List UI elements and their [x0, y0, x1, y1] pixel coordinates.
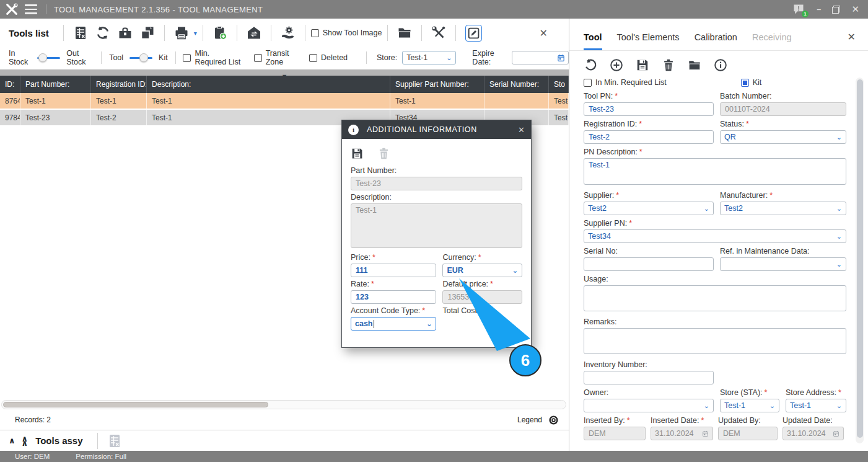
store-filter-select[interactable]: Test-1 ⌄: [402, 51, 456, 64]
manufacturer-select[interactable]: Test2 ⌄: [720, 202, 846, 215]
copy-button[interactable]: [140, 25, 155, 40]
info-button[interactable]: [714, 58, 727, 72]
save-button[interactable]: [636, 58, 649, 72]
hamburger-menu-icon[interactable]: [25, 4, 37, 14]
tab-tools-elements[interactable]: Tool's Elements: [617, 32, 680, 50]
usage-textarea[interactable]: [584, 285, 846, 311]
print-dropdown-arrow-icon[interactable]: ▾: [194, 30, 197, 37]
rate-label: Rate:*: [351, 280, 436, 288]
folder-button[interactable]: [688, 58, 701, 72]
panel-scrollbar-thumb[interactable]: [857, 79, 863, 438]
tool-kit-toggle[interactable]: [129, 53, 152, 62]
chevron-down-icon: ⌄: [512, 267, 518, 275]
tools-list-toolbar: Tools list ▾ Show Tool Image ✕: [0, 19, 569, 47]
chevron-down-icon: ⌄: [836, 233, 842, 241]
min-required-list-checkbox[interactable]: Min. Required List: [183, 49, 242, 66]
horizontal-scrollbar-thumb[interactable]: [3, 402, 268, 407]
modal-save-button[interactable]: [351, 147, 364, 160]
tab-tool[interactable]: Tool: [584, 32, 602, 50]
deleted-checkbox[interactable]: Deleted: [309, 53, 348, 62]
checkbox-box[interactable]: [311, 29, 319, 37]
window-title: TOOL MANAGEMENT 2.1.356 - TOOL MANAGEMEN…: [54, 5, 263, 14]
modal-delete-button-disabled: [377, 147, 390, 160]
expand-up-double-icon[interactable]: ∧ ∧: [22, 437, 28, 445]
callout-step-badge: 6: [509, 344, 541, 376]
serial-no-input[interactable]: [584, 257, 714, 271]
owner-select[interactable]: ⌄: [584, 399, 714, 412]
undo-button[interactable]: [584, 58, 597, 72]
pn-description-textarea[interactable]: Test-1: [584, 158, 846, 185]
delete-button[interactable]: [662, 58, 675, 72]
tab-receiving: Receiving: [752, 32, 792, 50]
col-header-serial-number[interactable]: Serial Number:: [484, 76, 549, 93]
printer-icon: [174, 25, 189, 40]
restore-button[interactable]: [832, 6, 840, 14]
status-select[interactable]: QR ⌄: [720, 130, 846, 144]
transit-zone-checkbox[interactable]: Transit Zone: [254, 49, 298, 66]
panel-vertical-scrollbar[interactable]: [856, 78, 864, 443]
minimize-button[interactable]: –: [817, 5, 822, 14]
export-excel-button[interactable]: [73, 25, 88, 40]
print-button[interactable]: ▾: [170, 25, 197, 40]
stock-toggle-knob[interactable]: [38, 53, 47, 62]
folder-button[interactable]: [397, 25, 412, 40]
status-user: User: DEM: [15, 453, 50, 460]
store-address-select[interactable]: Test-1 ⌄: [786, 399, 846, 412]
registration-id-input[interactable]: [584, 130, 714, 144]
horizontal-scrollbar[interactable]: [1, 400, 566, 409]
col-header-registration-id[interactable]: Registration ID:: [91, 76, 147, 93]
chevron-down-icon: ⌄: [769, 402, 775, 410]
rate-input[interactable]: [351, 290, 436, 304]
chevron-down-icon: ⌄: [704, 205, 709, 213]
table-row-selected[interactable]: 8764 Test-1 Test-1 Test-1 Test-1 Test-: [0, 93, 569, 110]
add-button[interactable]: [610, 58, 623, 72]
close-window-button[interactable]: ✕: [851, 5, 859, 14]
show-tool-image-checkbox[interactable]: Show Tool Image: [311, 29, 382, 37]
close-modal-button[interactable]: ✕: [518, 125, 525, 135]
calendar-icon[interactable]: [557, 54, 565, 62]
expire-date-input[interactable]: [512, 51, 569, 64]
calendar-icon: [833, 430, 840, 437]
toolbox-button[interactable]: [118, 25, 133, 40]
panel-toolbar: [584, 58, 868, 72]
notification-icon[interactable]: 1: [792, 3, 805, 16]
service-hand-gear-button[interactable]: [281, 25, 296, 40]
currency-label: Currency:*: [442, 253, 522, 262]
stock-toggle[interactable]: [37, 53, 60, 62]
col-header-id[interactable]: ID:: [0, 76, 20, 93]
tool-pn-input[interactable]: [584, 102, 714, 116]
tools-set-button[interactable]: [431, 25, 446, 40]
remarks-textarea[interactable]: [584, 328, 846, 354]
grid-collapse-bar[interactable]: ▼: [0, 69, 569, 76]
col-header-store[interactable]: Sto: [549, 76, 569, 93]
account-code-type-select-focused[interactable]: cash ⌄: [351, 317, 436, 331]
col-header-supplier-part-number[interactable]: Supplier Part Number:: [390, 76, 484, 93]
in-min-required-checkbox[interactable]: In Min. Required List: [584, 78, 667, 87]
edit-tool-button-active[interactable]: [465, 25, 482, 42]
supplier-label: Supplier:*: [584, 191, 714, 200]
tool-pn-label: Tool PN:*: [584, 92, 714, 100]
store-address-label: Store Address:*: [786, 388, 846, 397]
refresh-button[interactable]: [95, 25, 110, 40]
store-sta-select[interactable]: Test-1 ⌄: [720, 399, 779, 412]
expand-up-icon[interactable]: ∧: [9, 438, 15, 444]
warehouse-transfer-button[interactable]: [247, 25, 261, 40]
col-header-part-number[interactable]: Part Number:: [20, 76, 91, 93]
supplier-select[interactable]: Test2 ⌄: [584, 202, 714, 215]
supplier-pn-select[interactable]: Test34 ⌄: [584, 229, 846, 243]
col-header-description[interactable]: Description:: [147, 76, 390, 93]
clipboard-add-button[interactable]: [213, 25, 227, 40]
account-code-type-label: Account Code Type:*: [351, 306, 436, 315]
legend-icon[interactable]: [548, 415, 559, 425]
currency-select[interactable]: EUR ⌄: [442, 264, 522, 277]
ref-maintenance-select[interactable]: ⌄: [720, 257, 846, 271]
price-input[interactable]: [351, 264, 436, 277]
close-panel-button[interactable]: ✕: [848, 31, 856, 43]
inventory-number-input[interactable]: [584, 371, 714, 384]
grid-header-row: ID: Part Number: Registration ID: Descri…: [0, 76, 569, 93]
tab-calibration[interactable]: Calibration: [695, 32, 737, 50]
close-tools-list-button[interactable]: ✕: [540, 27, 548, 39]
tool-kit-toggle-knob[interactable]: [139, 53, 148, 62]
chevron-down-icon: ⌄: [836, 133, 842, 141]
kit-checkbox-checked[interactable]: Kit: [741, 78, 762, 87]
